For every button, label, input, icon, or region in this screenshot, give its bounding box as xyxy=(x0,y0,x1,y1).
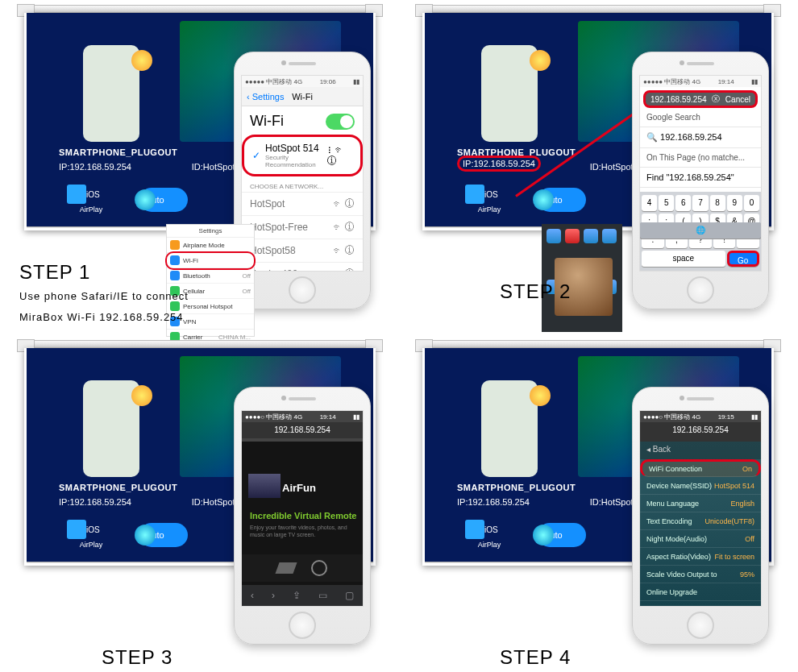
step3-caption: STEP 3 xyxy=(102,646,172,669)
go-key: Go xyxy=(727,251,760,267)
airfun-title: AirFun xyxy=(282,482,316,494)
wifi-other-networks: HotSpotᯤ ⓘ HotSpot-Freeᯤ ⓘ HotSpot58ᯤ ⓘ … xyxy=(242,192,363,272)
airfun-headline: Incredible Virtual Remote xyxy=(250,511,356,521)
wifi-title: Wi-Fi xyxy=(250,113,284,130)
iphone-step3: ●●●●○ 中国移动 4G19:14▮▮ 192.168.59.254 AirF… xyxy=(234,387,371,645)
space-key: space xyxy=(642,251,725,267)
panel-step-2: SMARTPHONE_PLUGOUT IP:192.168.59.254 ID:… xyxy=(403,5,793,332)
nav-bar: ‹ Settings Wi-Fi xyxy=(242,87,363,106)
config-row[interactable]: Download INSTALL_A xyxy=(640,601,761,607)
panel-step-1: SMARTPHONE_PLUGOUT IP:192.168.59.254 ID:… xyxy=(5,5,395,332)
config-row[interactable]: Scale Video Output to95% xyxy=(640,566,761,583)
proj-label: SMARTPHONE_PLUGOUT xyxy=(59,147,177,157)
settings-row[interactable]: Airplane Mode xyxy=(167,238,254,253)
status-bar: ●●●●● 中国移动 4G19:06▮▮ xyxy=(242,76,363,87)
iphone-step4: ●●●●○ 中国移动 4G19:15▮▮ 192.168.59.254 ◂ Ba… xyxy=(632,387,769,645)
config-row[interactable]: Text EncodingUnicode(UTF8) xyxy=(640,512,761,530)
step2-caption: STEP 2 xyxy=(500,280,571,303)
iphone-step2: ●●●●● 中国移动 4G19:14▮▮ 192.168.59.254ⓧCanc… xyxy=(632,52,769,309)
config-row[interactable]: Menu LanguageEnglish xyxy=(640,495,761,512)
config-row[interactable]: Device Name(SSID)HotSpot 514 xyxy=(640,477,761,495)
wifi-connected-row[interactable]: ✓HotSpot 514Security Recommendation ⋮ ᯤ … xyxy=(242,135,363,176)
settings-gear-icon[interactable] xyxy=(311,560,327,576)
step1-caption: STEP 1 Use phone Safari/IE to connect Mi… xyxy=(19,261,189,325)
find-on-page-row[interactable]: Find "192.168.59.254" xyxy=(640,168,761,188)
config-row[interactable]: Online Upgrade xyxy=(640,583,761,601)
config-row[interactable]: Aspect Ratio(Video)Fit to screen xyxy=(640,548,761,566)
url-bar[interactable]: 192.168.59.254 xyxy=(640,422,761,438)
panel-step-4: SMARTPHONE_PLUGOUT IP:192.168.59.254 ID:… xyxy=(403,340,793,667)
back-button[interactable]: ◂ Back xyxy=(640,442,761,459)
globe-key: 🌐 xyxy=(640,222,761,239)
suggestion-row[interactable]: 🔍 192.168.59.254 xyxy=(640,127,761,148)
safari-tabbar[interactable]: ‹›⇪▭▢ xyxy=(242,585,363,606)
keyboard[interactable]: 4567890 :;()$&@ #+=.,?!'⌫ 123 🌐 space Go xyxy=(640,192,761,271)
home-button[interactable] xyxy=(687,276,714,304)
step4-caption: STEP 4 xyxy=(500,646,571,669)
proj-ip: IP:192.168.59.254 xyxy=(59,162,131,172)
config-row[interactable]: Night Mode(Audio)Off xyxy=(640,530,761,548)
home-button[interactable] xyxy=(687,612,714,639)
panel-step-3: SMARTPHONE_PLUGOUT IP:192.168.59.254 ID:… xyxy=(5,340,395,667)
media-icon[interactable] xyxy=(275,562,297,574)
home-button[interactable] xyxy=(289,276,316,304)
airplay-badge: iOS AirPlay xyxy=(67,185,115,214)
cancel-button[interactable]: Cancel xyxy=(725,95,750,104)
address-bar[interactable]: 192.168.59.254ⓧCancel xyxy=(643,90,758,108)
home-button[interactable] xyxy=(289,612,316,639)
config-row[interactable]: WiFi ConnectionOn xyxy=(640,459,761,477)
auto-badge: Auto xyxy=(139,188,188,212)
wifi-icon: ⋮ ᯤ ⓘ xyxy=(327,144,352,167)
url-bar[interactable]: 192.168.59.254 xyxy=(242,422,363,438)
wifi-toggle[interactable] xyxy=(326,114,355,130)
